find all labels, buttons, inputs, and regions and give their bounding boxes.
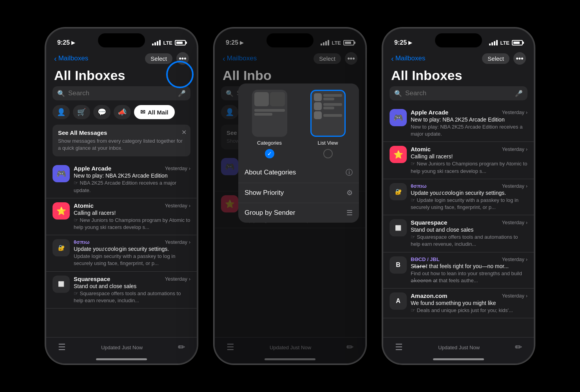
see-all-desc-1: Show messages from every category listed… [58,138,185,152]
search-bar-3[interactable]: 🔍 🎤 [390,86,527,100]
gear-icon: ⚙ [346,189,353,197]
avatar-lp-3: 🔐 [390,183,407,200]
phone-3: 9:25 ▶ LTE ‹ Mailboxes Select ••• All [382,27,535,365]
see-all-title-1: See All Messages [58,129,185,136]
date-sq-1: Yesterday › [165,276,190,282]
search-icon-1: 🔍 [57,90,65,97]
mail-item-1-2[interactable]: ⭐ Atomic Yesterday › Calling all racers!… [46,198,197,235]
filter-mega-1[interactable]: 📣 [114,105,131,119]
more-button-1[interactable]: ••• [176,52,189,65]
updated-label-1: Updated Just Now [101,345,143,350]
location-icon: ▶ [71,40,75,45]
search-icon-3: 🔍 [394,90,402,97]
signal-icon-3 [489,40,498,45]
mail-item-3-2[interactable]: ⭐ Atomic Yesterday › Calling all racers!… [383,142,534,179]
popup-view-categories[interactable]: Categories ✓ [242,90,297,158]
categories-check: ✓ [265,149,274,158]
filter-person-1[interactable]: 👤 [53,105,70,119]
subject-sq-1: Stand out and close sales [74,283,190,289]
avatar-lastpass-1: 🔐 [53,239,70,256]
compose-icon-1[interactable]: ☰ [58,342,66,352]
mail-item-1-4[interactable]: ⬜ Squarespace Yesterday › Stand out and … [46,272,197,309]
sender-arcade-1: Apple Arcade [74,165,111,172]
search-input-1[interactable] [68,89,175,97]
subject-atomic-1: Calling all racers! [74,210,190,216]
mail-content-1-1: Apple Arcade Yesterday › New to play: NB… [74,165,190,194]
search-bar-1[interactable]: 🔍 🎤 [53,86,190,100]
filter-bubble-1[interactable]: 💬 [93,105,111,119]
date-arcade-3: Yesterday › [502,109,527,115]
mail-item-3-6[interactable]: A Amazon.com Yesterday › We found someth… [383,289,534,318]
mail-content-3-3: θσπιω Yesterday › Update youɾϲσolᴏɡin se… [411,183,527,211]
phone-2: 9:25 ▶ LTE ‹ Mailboxes Select ••• All [214,27,366,365]
sender-sq-1: Squarespace [74,276,110,282]
back-button-3[interactable]: ‹ Mailboxes [391,54,425,63]
subject-bose-3: St̶a̶r̶e̶ℓ that feels right for you—no m… [411,263,527,269]
date-lp-3: Yesterday › [502,183,527,189]
mail-item-3-5[interactable]: B BΘCD / JBL Yesterday › St̶a̶r̶e̶ℓ that… [383,252,534,289]
close-banner-1[interactable]: ✕ [181,129,187,136]
edit-icon-1[interactable]: ✏ [178,342,185,352]
popup-menu: Categories ✓ [238,83,359,223]
compose-icon-3[interactable]: ☰ [395,342,403,352]
time-display-3: 9:25 ▶ [394,39,412,46]
status-icons-1: LTE [152,40,186,46]
sender-amazon-3: Amazon.com [411,292,447,299]
popup-view-listview[interactable]: List View [301,90,355,158]
mail-item-1-1[interactable]: 🎮 Apple Arcade Yesterday › New to play: … [46,161,197,198]
battery-icon-3 [512,40,523,45]
avatar-atomic-3: ⭐ [390,146,407,163]
mail-content-3-5: BΘCD / JBL Yesterday › St̶a̶r̶e̶ℓ that f… [411,256,527,284]
listview-label: List View [318,140,338,146]
avatar-atomic-1: ⭐ [53,202,70,220]
date-arcade-1: Yesterday › [165,165,190,171]
list-icon: ☰ [346,209,353,217]
nav-actions-1: Select ••• [145,52,189,65]
filter-cart-1[interactable]: 🛒 [73,105,90,119]
popup-show-priority[interactable]: Show Priority ⚙ [238,183,359,203]
date-sq-3: Yesterday › [502,220,527,225]
preview-sq-3: ☞ Squarespace offers tools and automatio… [411,234,527,248]
mic-icon-3: 🎤 [515,90,523,97]
mail-item-3-4[interactable]: ⬜ Squarespace Yesterday › Stand out and … [383,215,534,252]
sender-arcade-3: Apple Arcade [411,109,448,116]
popup-view-selector: Categories ✓ [238,83,359,162]
home-indicator-3 [433,358,484,360]
mail-content-3-2: Atomic Yesterday › Calling all racers! ☞… [411,146,527,174]
date-amazon-3: Yesterday › [502,293,527,299]
select-button-1[interactable]: Select [145,53,172,64]
popup-group-by-sender[interactable]: Group by Sender ☰ [238,203,359,223]
nav-bar-1: ‹ Mailboxes Select ••• [46,51,197,68]
edit-icon-3[interactable]: ✏ [515,342,522,352]
avatar-arcade-3: 🎮 [390,109,407,126]
popup-about-categories[interactable]: About Categories ⓘ [238,162,359,183]
preview-arcade-1: ☞ NBA 2K25 Arcade Edition receives a maj… [74,180,190,194]
preview-atomic-1: ☞ New Juniors to Champions program by At… [74,217,190,231]
info-icon: ⓘ [346,168,353,177]
categories-thumb [252,90,287,137]
filter-allmail-1[interactable]: ✉ All Mail [134,105,175,119]
preview-amazon-3: ☞ Deals and unique picks just for you; k… [411,307,527,314]
location-icon-3: ▶ [408,40,412,45]
mail-item-3-1[interactable]: 🎮 Apple Arcade Yesterday › New to play: … [383,105,534,142]
more-button-3[interactable]: ••• [513,52,526,65]
select-button-3[interactable]: Select [482,53,509,64]
status-icons-3: LTE [489,40,523,46]
inbox-title-3: All Inboxes [383,68,534,86]
battery-icon-1 [175,40,186,45]
mail-item-1-3[interactable]: 🔐 θσπιω Yesterday › Update youɾϲσolᴏɡin … [46,235,197,271]
mail-content-1-2: Atomic Yesterday › Calling all racers! ☞… [74,202,190,231]
mail-content-3-6: Amazon.com Yesterday › We found somethin… [411,292,527,314]
subject-lp-1: Update youɾϲσolᴏɡin security settings. [74,246,190,252]
search-input-3[interactable] [405,89,512,97]
mic-icon-1: 🎤 [178,90,186,97]
preview-sq-1: ☞ Squarespace offers tools and automatio… [74,290,190,304]
mail-item-3-3[interactable]: 🔐 θσπιω Yesterday › Update youɾϲσolᴏɡin … [383,179,534,215]
sender-atomic-3: Atomic [411,146,431,152]
mail-list-3: 🎮 Apple Arcade Yesterday › New to play: … [383,105,534,318]
avatar-arcade-1: 🎮 [53,165,70,182]
time-display-1: 9:25 ▶ [57,39,75,46]
back-button-1[interactable]: ‹ Mailboxes [54,54,88,63]
mail-list-1: 🎮 Apple Arcade Yesterday › New to play: … [46,161,197,309]
dynamic-island-1 [98,33,145,47]
